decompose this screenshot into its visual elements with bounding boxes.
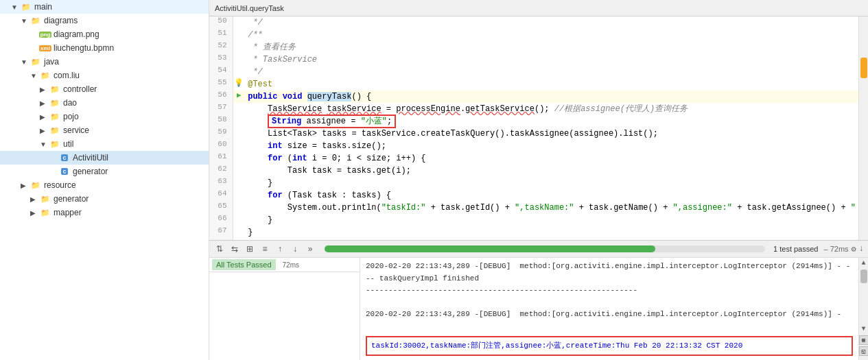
sidebar-item-diagrams[interactable]: ▼ 📁 diagrams [0, 14, 209, 27]
sidebar-label-dao: dao [63, 98, 77, 108]
sidebar-item-java[interactable]: ▼ 📁 java [0, 55, 209, 69]
class-icon-generator: c [59, 166, 70, 177]
arrow-generator2: ▶ [30, 195, 40, 203]
sidebar-item-resource[interactable]: ▶ 📁 resource [0, 178, 209, 192]
download-icon[interactable]: ↓ [859, 244, 864, 254]
sidebar-item-controller[interactable]: ▶ 📁 controller [0, 82, 209, 96]
line-content-50: */ [245, 16, 858, 29]
arrow-mapper: ▶ [30, 209, 40, 217]
sidebar-item-main[interactable]: ▼ 📁 main [0, 0, 209, 14]
line-num-66: 66 [209, 214, 233, 226]
bottom-icon-1[interactable]: ⊞ [859, 335, 869, 345]
code-line-52: 52 * 查看任务 [209, 41, 858, 53]
sidebar-item-util[interactable]: ▼ 📁 util [0, 137, 209, 151]
sidebar-item-diagram-png[interactable]: png diagram.png [0, 27, 209, 41]
gutter-60 [233, 140, 246, 152]
bottom-left-panel: All Tests Passed 72ms [209, 258, 360, 360]
line-num-55: 55 [209, 78, 233, 91]
code-editor[interactable]: 50 */ 51 /** 52 * 查看任务 [209, 16, 858, 240]
arrow-pojo: ▶ [40, 113, 49, 121]
btn-up[interactable]: ↑ [274, 243, 286, 255]
sidebar-item-service[interactable]: ▶ 📁 service [0, 123, 209, 137]
scrollbar-thumb[interactable] [860, 58, 867, 78]
code-line-64: 64 for (Task task : tasks) { [209, 189, 858, 202]
bottom-right-panel[interactable]: 2020-02-20 22:13:43,289 -[DEBUG] method:… [360, 258, 858, 360]
code-line-66: 66 } [209, 214, 858, 226]
arrow-generator [49, 168, 59, 176]
sidebar-label-resource: resource [44, 180, 76, 190]
line-num-57: 57 [209, 103, 233, 115]
btn-more[interactable]: » [304, 243, 316, 255]
folder-icon-diagrams: 📁 [30, 15, 41, 26]
sidebar-label-controller: controller [63, 84, 97, 94]
gutter-52 [233, 41, 246, 53]
arrow-util: ▼ [40, 141, 49, 148]
code-line-57: 57 TaskService taskService = processEngi… [209, 103, 858, 115]
line-content-68 [245, 239, 858, 240]
code-line-60: 60 int size = tasks.size(); [209, 140, 858, 152]
folder-icon-comliu: 📁 [40, 70, 51, 81]
test-result-label: 1 test passed [773, 245, 818, 253]
btn-sort2[interactable]: ⇆ [228, 243, 241, 255]
scroll-up-btn[interactable]: ▲ [861, 259, 865, 267]
line-content-59: List<Task> tasks = taskService.createTas… [245, 128, 858, 140]
line-num-56: 56 [209, 91, 233, 103]
arrow-resource: ▶ [21, 182, 30, 189]
editor-area: ActivitiUtil.queryTask 50 */ 51 /** [209, 0, 868, 360]
bottom-scrollbar: ▲ ▼ ⊞ ◱ [858, 258, 868, 360]
line-content-66: } [245, 214, 858, 226]
sidebar-label-generator2: generator [54, 194, 89, 204]
folder-icon-resource: 📁 [30, 180, 41, 191]
folder-icon-util: 📁 [49, 139, 60, 149]
gutter-51 [233, 29, 246, 41]
sidebar-label-mapper: mapper [54, 208, 82, 217]
line-content-53: * TaskService [245, 53, 858, 66]
editor-with-scroll: 50 */ 51 /** 52 * 查看任务 [209, 16, 868, 240]
log-line-2: 2020-02-20 22:13:43,289 -[DEBUG] method:… [366, 309, 853, 321]
main-container: ▼ 📁 main ▼ 📁 diagrams png diagram.png xm… [0, 0, 868, 360]
editor-scrollbar[interactable] [858, 16, 868, 240]
bottom-panel: ⇅ ⇆ ⊞ ≡ ↑ ↓ » 1 test passed – 72ms ⚙ ↓ [209, 240, 868, 360]
gutter-50 [233, 16, 246, 29]
code-line-67: 67 } [209, 226, 858, 239]
sidebar-item-activitiutil[interactable]: c ActivitiUtil [0, 151, 209, 165]
code-line-65: 65 System.out.println("taskId:" + task.g… [209, 202, 858, 214]
btn-list[interactable]: ≡ [259, 243, 271, 255]
bottom-icon-2[interactable]: ◱ [859, 346, 869, 356]
line-content-51: /** [245, 29, 858, 41]
line-content-52: * 查看任务 [245, 41, 858, 53]
progress-bar-container [325, 245, 765, 252]
scroll-down-btn[interactable]: ▼ [861, 325, 865, 333]
sidebar-item-generator2[interactable]: ▶ 📁 generator [0, 192, 209, 206]
line-content-67: } [245, 226, 858, 239]
sidebar-item-generator[interactable]: c generator [0, 165, 209, 178]
scroll-thumb[interactable] [860, 269, 867, 283]
sidebar-item-dao[interactable]: ▶ 📁 dao [0, 96, 209, 110]
line-num-62: 62 [209, 165, 233, 177]
sidebar-item-mapper[interactable]: ▶ 📁 mapper [0, 206, 209, 219]
line-content-58: String assignee = "小蓝"; [245, 115, 858, 128]
sidebar-label-service: service [63, 125, 89, 135]
btn-sort-az[interactable]: ⇅ [213, 243, 226, 255]
line-num-51: 51 [209, 29, 233, 41]
line-content-55: @Test [245, 78, 858, 91]
settings-icon[interactable]: ⚙ [852, 244, 856, 254]
png-icon: png [40, 29, 51, 40]
test-list [209, 272, 360, 360]
sidebar-label-comliu: com.liu [54, 71, 80, 80]
sidebar-label-generator: generator [73, 167, 108, 176]
sidebar-item-liuchengtu[interactable]: xml liuchengtu.bpmn [0, 41, 209, 55]
class-test-icon-activitiutil: c [59, 152, 70, 163]
gutter-56: ▶ [233, 91, 246, 103]
line-num-53: 53 [209, 53, 233, 66]
code-line-53: 53 * TaskService [209, 53, 858, 66]
sidebar-item-comliu[interactable]: ▼ 📁 com.liu [0, 69, 209, 82]
btn-expand[interactable]: ⊞ [244, 243, 256, 255]
line-num-52: 52 [209, 41, 233, 53]
sidebar-item-pojo[interactable]: ▶ 📁 pojo [0, 110, 209, 123]
bpmn-icon: xml [40, 43, 51, 53]
log-line-empty2 [366, 321, 853, 333]
gutter-54 [233, 66, 246, 78]
btn-down[interactable]: ↓ [289, 243, 301, 255]
sidebar-label-diagram-png: diagram.png [54, 29, 99, 39]
